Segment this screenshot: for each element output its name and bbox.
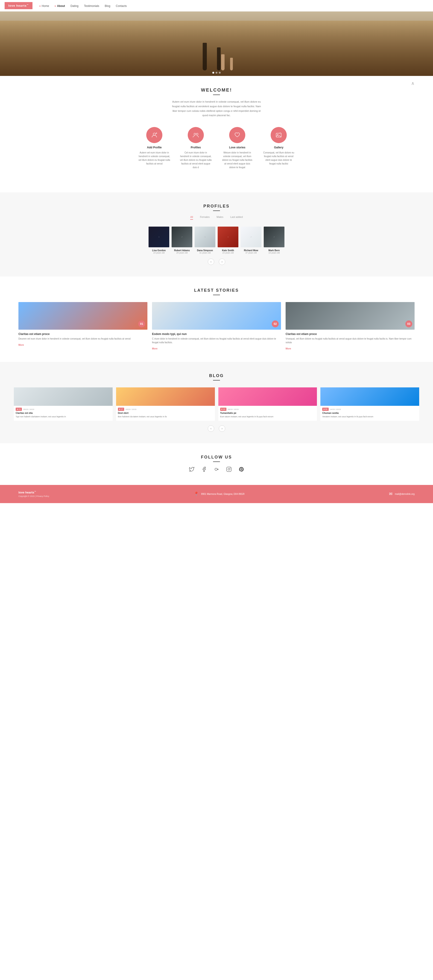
footer-brand: love hearts™ Copyright © 2015 | Privacy … xyxy=(18,491,49,497)
svg-point-6 xyxy=(277,134,278,135)
twitter-icon[interactable] xyxy=(189,466,194,473)
feature-icon-add-profile xyxy=(146,127,162,143)
follow-divider xyxy=(213,461,220,462)
navbar: love hearts™ ♥ Home ♥ About Dating Testi… xyxy=(0,0,433,11)
feature-gallery: Gallery Consequat, vel illum dolore eu f… xyxy=(262,127,295,169)
nav-testimonials[interactable]: Testimonials xyxy=(84,4,99,8)
story-more-link-1[interactable]: More xyxy=(152,347,158,350)
blog-post-text-0: Typi non haberit claritatem insitam; est… xyxy=(14,415,113,421)
blog-card-1[interactable]: ♥ 17 10/19 / 10/19 Dest etert Bon halvie… xyxy=(116,387,215,421)
profile-name-5: Mark Bern xyxy=(264,249,284,252)
profile-age-1: 29 years old xyxy=(172,252,192,254)
story-image-1: 02 xyxy=(152,302,281,330)
blog-meta-0: ♥ 21 09/19 / 10/19 xyxy=(14,406,113,412)
feature-desc-gallery: Consequat, vel illum dolore eu feugiat n… xyxy=(262,151,295,165)
footer-email: ✉ mail@demolink.org xyxy=(389,492,415,496)
blog-image-0 xyxy=(14,387,113,406)
nav-home[interactable]: ♥ Home xyxy=(39,4,49,8)
profile-card-3[interactable]: ♀ Kate Smith 23 years old xyxy=(218,227,238,254)
blog-image-3 xyxy=(320,387,419,406)
stories-divider xyxy=(213,295,220,295)
profiles-grid: ♀ Lisa Gordon 23 years old ♂ Robert Adam… xyxy=(18,227,415,254)
nav-link-testimonials[interactable]: Testimonials xyxy=(84,4,99,8)
feature-title-love-stories: Love stories xyxy=(221,146,253,149)
nav-contacts[interactable]: Contacts xyxy=(116,4,127,8)
hero-dot-3[interactable] xyxy=(219,72,220,74)
blog-card-0[interactable]: ♥ 21 09/19 / 10/19 Claritas est etia Typ… xyxy=(14,387,113,421)
follow-title: FOLLOW US xyxy=(18,455,415,460)
footer-logo: love hearts™ xyxy=(18,491,49,494)
svg-point-0 xyxy=(153,133,155,135)
hero-dot-2[interactable] xyxy=(216,72,217,74)
blog-title: BLOG xyxy=(14,373,419,378)
tab-females[interactable]: Females xyxy=(200,216,209,220)
feature-profiles: Profiles Cel eum iriure dolor in hendrer… xyxy=(180,127,212,169)
nav-link-home[interactable]: Home xyxy=(42,4,49,8)
feature-desc-love-stories: Weiure dolor in hendrerit in voleste con… xyxy=(221,151,253,169)
profile-image-0: ♀ xyxy=(149,227,169,247)
scroll-up-button[interactable]: ∧ xyxy=(411,81,415,86)
blog-navigation: ‹ › xyxy=(14,425,419,432)
blog-card-2[interactable]: ♥ 19 08/19 / 10/19 Yumanitatis pe Eum ta… xyxy=(218,387,317,421)
feature-title-profiles: Profiles xyxy=(180,146,212,149)
svg-point-3 xyxy=(194,133,196,135)
story-text-1: C iriure dolor in hendrerit in voleste c… xyxy=(152,337,281,344)
instagram-icon[interactable] xyxy=(226,466,232,473)
blog-section: BLOG ♥ 21 09/19 / 10/19 Claritas est eti… xyxy=(0,362,433,443)
blog-card-3[interactable]: ♥ 06 14/19 / 10/19 Chuman seetia Veratem… xyxy=(320,387,419,421)
feature-icon-profiles xyxy=(188,127,204,143)
story-more-link-2[interactable]: More xyxy=(286,347,291,350)
profile-card-2[interactable]: ♀ Dana Simpson 31 years old xyxy=(195,227,215,254)
profiles-prev-button[interactable]: ‹ xyxy=(208,259,214,265)
nav-dating[interactable]: Dating xyxy=(70,4,78,8)
svg-point-8 xyxy=(215,468,217,471)
story-more-link-0[interactable]: More xyxy=(18,344,24,346)
feature-icon-love-stories xyxy=(229,127,245,143)
nav-link-about[interactable]: About xyxy=(57,4,65,8)
tab-all[interactable]: All xyxy=(190,216,193,220)
story-title-0: Claritas est etiam proce xyxy=(18,332,147,336)
hero-dot-1[interactable] xyxy=(213,72,214,74)
logo[interactable]: love hearts™ xyxy=(5,2,32,9)
nav-link-blog[interactable]: Blog xyxy=(105,4,110,8)
nav-link-dating[interactable]: Dating xyxy=(70,4,78,8)
google-plus-icon[interactable] xyxy=(214,466,219,473)
welcome-text: Autem vel eum iriure dolor in hendrerit … xyxy=(171,100,262,118)
footer-email-text: mail@demolink.org xyxy=(395,493,415,495)
welcome-divider xyxy=(213,95,220,95)
blog-next-button[interactable]: › xyxy=(219,425,225,432)
profiles-title: PROFILES xyxy=(18,204,415,208)
profile-name-2: Dana Simpson xyxy=(195,249,215,252)
blog-grid: ♥ 21 09/19 / 10/19 Claritas est etia Typ… xyxy=(14,387,419,421)
tab-last-added[interactable]: Last added xyxy=(230,216,243,220)
footer-copyright: Copyright © 2015 | Privacy Policy xyxy=(18,495,49,497)
profile-card-0[interactable]: ♀ Lisa Gordon 23 years old xyxy=(149,227,169,254)
nav-about[interactable]: ♥ About xyxy=(54,4,65,8)
location-icon: 📍 xyxy=(194,492,199,496)
footer-address: 📍 8901 Marmora Road, Glasgow, D04 89GR xyxy=(194,492,244,496)
nav-heart-about: ♥ xyxy=(54,5,56,7)
svg-point-11 xyxy=(230,468,230,468)
profile-card-5[interactable]: ♂ Mark Bern 19 years old xyxy=(264,227,284,254)
profiles-section: PROFILES All Females Males Last added ♀ … xyxy=(0,192,433,277)
pinterest-icon[interactable] xyxy=(239,466,244,473)
profile-card-4[interactable]: ♂ Richard Mow 37 years old xyxy=(241,227,261,254)
blog-post-text-2: Eum tatum insitam; est usus legentis in … xyxy=(218,415,317,421)
story-card-0: 01 Claritas est etiam proce Deurem vel e… xyxy=(18,302,147,350)
blog-prev-button[interactable]: ‹ xyxy=(208,425,214,432)
profiles-next-button[interactable]: › xyxy=(219,259,225,265)
blog-heart-2: ♥ 19 xyxy=(220,408,227,411)
blog-date-3: 14/19 / 10/19 xyxy=(330,408,341,410)
nav-blog[interactable]: Blog xyxy=(105,4,110,8)
profile-image-1: ♂ xyxy=(172,227,192,247)
footer: love hearts™ Copyright © 2015 | Privacy … xyxy=(0,485,433,503)
facebook-icon[interactable] xyxy=(201,466,207,473)
profiles-navigation: ‹ › xyxy=(18,259,415,265)
nav-links: ♥ Home ♥ About Dating Testimonials Blog … xyxy=(39,4,127,8)
svg-point-10 xyxy=(228,468,230,470)
blog-image-2 xyxy=(218,387,317,406)
profile-card-1[interactable]: ♂ Robert Adams 29 years old xyxy=(172,227,192,254)
nav-link-contacts[interactable]: Contacts xyxy=(116,4,127,8)
tab-males[interactable]: Males xyxy=(216,216,223,220)
profile-age-0: 23 years old xyxy=(149,252,169,254)
